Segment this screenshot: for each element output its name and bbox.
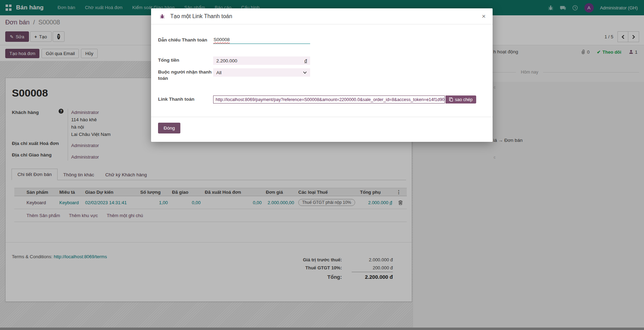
- copy-link-button[interactable]: sao chép: [445, 95, 476, 103]
- amount-label: Tổng tiền: [158, 56, 213, 63]
- partner-select[interactable]: All: [213, 68, 310, 77]
- close-dialog-button[interactable]: Đóng: [158, 123, 180, 133]
- dialog-footer: Đóng: [151, 117, 493, 142]
- payment-reference-label: Dẫn chiếu Thanh toán: [158, 36, 213, 43]
- bug-icon: [159, 14, 165, 19]
- payment-link-dialog: Tạo một Link Thanh toán × Dẫn chiếu Than…: [151, 8, 493, 142]
- payment-link-label: Link Thanh toán: [158, 95, 213, 102]
- currency-symbol: đ: [304, 58, 307, 63]
- dialog-body: Dẫn chiếu Thanh toán S00008 Tổng tiền 2.…: [151, 24, 493, 103]
- copy-icon: [449, 97, 453, 102]
- close-icon[interactable]: ×: [482, 13, 486, 20]
- dialog-title: Tạo một Link Thanh toán: [170, 13, 232, 20]
- amount-field: 2.200.000 đ: [213, 56, 310, 65]
- payment-link-input[interactable]: http://localhost:8069/payment/pay?refere…: [213, 95, 445, 103]
- payment-reference-input[interactable]: S00008: [213, 36, 310, 44]
- chevron-down-icon: [303, 70, 307, 75]
- partner-required-label: Buộc người nhận thanh toán: [158, 68, 213, 82]
- app-window: Bán hàng Đơn bán Chờ xuất Hoá đơn Kiểm s…: [0, 0, 644, 330]
- dialog-header: Tạo một Link Thanh toán ×: [151, 8, 493, 24]
